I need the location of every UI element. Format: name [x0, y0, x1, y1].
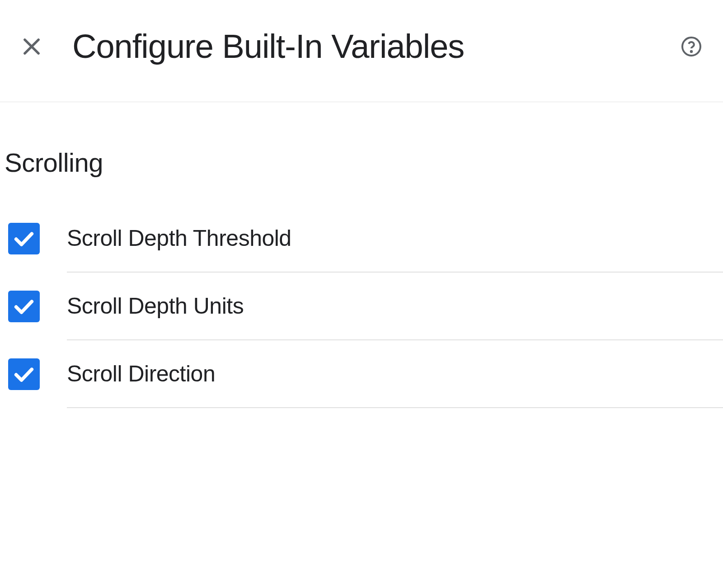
checkmark-icon	[12, 227, 36, 250]
checkbox-scroll-depth-threshold[interactable]	[8, 223, 40, 254]
variable-label-wrapper: Scroll Depth Threshold	[67, 205, 723, 273]
dialog-content: Scrolling Scroll Depth Threshold Scroll …	[0, 102, 723, 408]
svg-point-3	[691, 51, 692, 52]
variable-row-scroll-direction[interactable]: Scroll Direction	[8, 340, 723, 408]
variable-label-wrapper: Scroll Direction	[67, 340, 723, 408]
dialog-header: Configure Built-In Variables	[0, 0, 723, 102]
variable-row-scroll-depth-units[interactable]: Scroll Depth Units	[8, 273, 723, 340]
section-heading: Scrolling	[0, 147, 723, 205]
checkbox-scroll-direction[interactable]	[8, 358, 40, 390]
help-icon	[681, 36, 702, 57]
variable-label-wrapper: Scroll Depth Units	[67, 273, 723, 340]
close-icon	[20, 35, 43, 58]
variable-label: Scroll Direction	[67, 361, 215, 387]
dialog-title: Configure Built-In Variables	[72, 27, 655, 66]
variable-row-scroll-depth-threshold[interactable]: Scroll Depth Threshold	[8, 205, 723, 273]
variable-label: Scroll Depth Units	[67, 293, 244, 319]
variable-list: Scroll Depth Threshold Scroll Depth Unit…	[0, 205, 723, 408]
checkbox-scroll-depth-units[interactable]	[8, 291, 40, 322]
variable-label: Scroll Depth Threshold	[67, 225, 291, 251]
close-button[interactable]	[14, 28, 50, 65]
checkmark-icon	[12, 295, 36, 318]
checkmark-icon	[12, 362, 36, 386]
help-button[interactable]	[678, 33, 705, 60]
